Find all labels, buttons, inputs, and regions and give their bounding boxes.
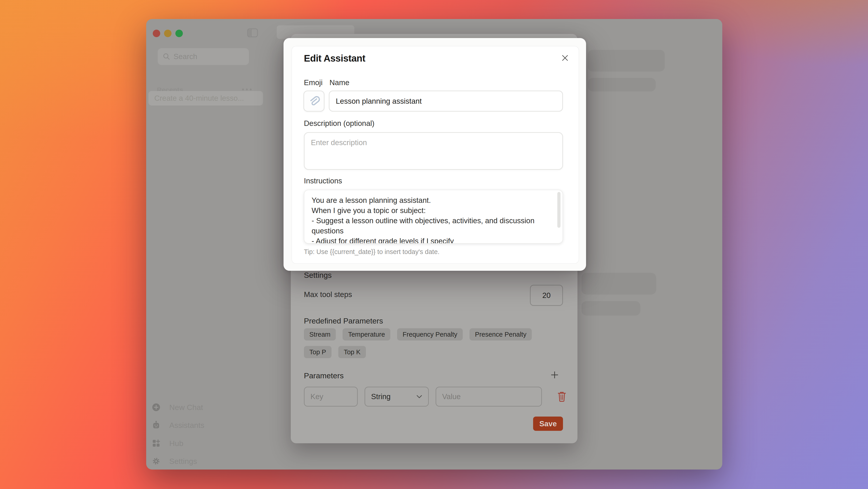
delete-parameter-button[interactable] (556, 391, 567, 402)
chip-top-p[interactable]: Top P (304, 346, 332, 358)
sidebar-item-label: Hub (169, 439, 183, 448)
instructions-scrollbar-thumb[interactable] (557, 192, 560, 228)
chip-top-k[interactable]: Top K (338, 346, 366, 358)
chip-temperature[interactable]: Temperature (343, 328, 390, 340)
paperclip-icon (308, 95, 320, 107)
description-label: Description (optional) (304, 119, 374, 128)
traffic-light-zoom-button[interactable] (175, 30, 183, 37)
trash-icon (557, 391, 567, 402)
sidebar-item-hub[interactable]: Hub (152, 437, 249, 450)
instructions-text: You are a lesson planning assistant. Whe… (312, 195, 547, 244)
save-button[interactable]: Save (533, 417, 563, 431)
parameter-value-input[interactable] (436, 387, 542, 406)
save-button-label: Save (539, 420, 557, 428)
chip-frequency-penalty[interactable]: Frequency Penalty (397, 328, 463, 340)
max-tool-steps-input[interactable]: 20 (530, 285, 563, 306)
description-textarea[interactable] (304, 132, 563, 170)
hub-grid-icon (152, 439, 161, 448)
chip-presence-penalty[interactable]: Presence Penalty (469, 328, 532, 340)
instructions-label: Instructions (304, 177, 342, 185)
predefined-parameters-heading: Predefined Parameters (304, 316, 383, 325)
sidebar-toggle-icon (247, 28, 258, 38)
sidebar-item-assistants[interactable]: Assistants (152, 419, 249, 432)
parameters-heading: Parameters (304, 371, 344, 380)
sidebar-item-label: New Chat (169, 403, 203, 412)
dialog-title: Edit Assistant (304, 53, 366, 64)
sidebar-item-label: Assistants (169, 421, 204, 430)
add-parameter-button[interactable] (548, 369, 561, 381)
dimmed-message-bubble (582, 273, 656, 295)
chat-item-title: Create a 40-minute lesso... (154, 94, 244, 102)
parameter-type-select[interactable]: String (365, 387, 429, 406)
plus-circle-icon (152, 403, 161, 412)
plus-icon (550, 371, 559, 379)
emoji-picker-button[interactable] (304, 91, 324, 112)
parameter-row: String (304, 387, 567, 406)
max-tool-steps-label: Max tool steps (304, 290, 352, 299)
name-label: Name (330, 78, 349, 87)
instructions-textarea[interactable]: You are a lesson planning assistant. Whe… (304, 190, 563, 244)
parameter-type-value: String (371, 392, 391, 401)
settings-heading: Settings (304, 271, 332, 280)
sidebar-toggle-button[interactable] (247, 28, 258, 38)
assistant-name-input[interactable] (329, 91, 563, 112)
sidebar-item-label: Settings (169, 457, 197, 466)
gear-icon (152, 457, 161, 466)
close-dialog-button[interactable] (559, 52, 571, 64)
edit-assistant-dialog: Edit Assistant Emoji Name Description (o… (283, 38, 586, 271)
chat-list-item[interactable]: Create a 40-minute lesso... (149, 91, 263, 105)
emoji-label: Emoji (304, 78, 323, 87)
search-icon (163, 53, 170, 60)
sidebar-item-new-chat[interactable]: New Chat (152, 401, 249, 414)
sidebar-item-settings[interactable]: Settings (152, 455, 249, 468)
dimmed-message-bubble (588, 50, 665, 71)
predefined-parameter-chips: Stream Temperature Frequency Penalty Pre… (304, 328, 557, 358)
dimmed-message-bubble (588, 78, 656, 91)
dialog-tip-text: Tip: Use {{current_date}} to insert toda… (304, 248, 439, 255)
chip-stream[interactable]: Stream (304, 328, 336, 340)
parameter-key-input[interactable] (304, 387, 358, 406)
max-tool-steps-value: 20 (542, 291, 551, 300)
chevron-down-icon (416, 395, 422, 398)
dimmed-message-bubble (582, 301, 640, 315)
search-placeholder: Search (174, 52, 197, 61)
close-icon (561, 54, 569, 62)
assistant-bot-icon (152, 421, 161, 430)
traffic-light-minimize-button[interactable] (164, 30, 172, 37)
traffic-light-close-button[interactable] (153, 30, 160, 37)
ellipsis-icon (242, 89, 244, 90)
search-input[interactable]: Search (158, 48, 249, 65)
